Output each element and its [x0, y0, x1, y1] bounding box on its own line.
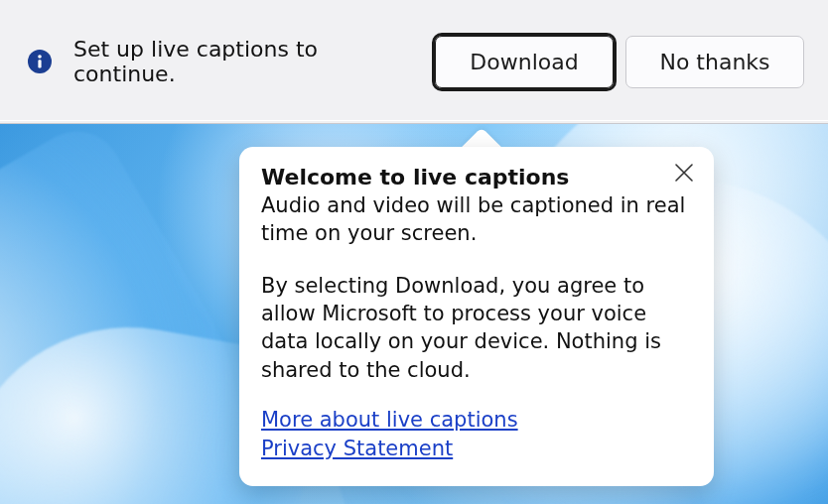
flyout-body-2: By selecting Download, you agree to allo…	[261, 272, 686, 384]
close-icon[interactable]	[672, 161, 696, 185]
flyout-body-1: Audio and video will be captioned in rea…	[261, 191, 686, 248]
download-button[interactable]: Download	[435, 36, 614, 88]
flyout-title: Welcome to live captions	[261, 165, 686, 189]
live-captions-bar: Set up live captions to continue. Downlo…	[0, 0, 828, 124]
svg-point-1	[38, 55, 42, 59]
welcome-flyout: Welcome to live captions Audio and video…	[239, 147, 714, 486]
info-icon	[28, 50, 52, 73]
more-about-link[interactable]: More about live captions	[261, 406, 518, 435]
flyout-links: More about live captions Privacy Stateme…	[261, 406, 686, 464]
svg-rect-2	[38, 60, 41, 67]
setup-message: Set up live captions to continue.	[69, 37, 417, 86]
button-group: Download No thanks	[435, 36, 804, 88]
no-thanks-button[interactable]: No thanks	[625, 36, 804, 88]
privacy-statement-link[interactable]: Privacy Statement	[261, 435, 453, 463]
